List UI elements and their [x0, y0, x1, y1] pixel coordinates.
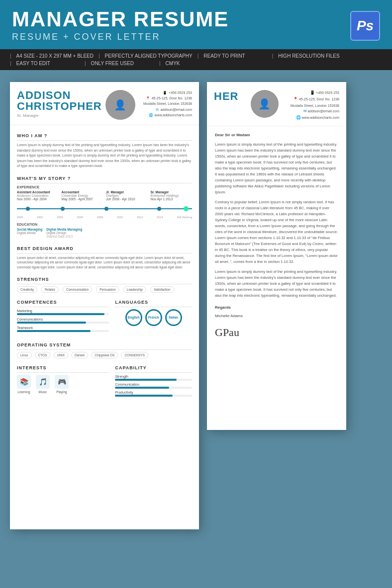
competence-1: Marketing	[17, 309, 109, 315]
competences-heading: COMPETENCES	[17, 296, 109, 305]
os-6: CONSENSYS	[121, 352, 148, 358]
web-icon: 🌐	[149, 112, 153, 118]
music-icon: 🎵	[36, 375, 50, 389]
who-heading: WHO I AM ?	[17, 129, 192, 138]
cover-contact: 📱 +456 0529 253 📍 45-25-125, Door No. 12…	[291, 90, 339, 121]
cover-body: Dear Sir or Madam Lorem Ipsum is simply …	[207, 126, 346, 347]
interests-capability-section: INTERESTS 📚 Learning 🎵 Music 🎮	[17, 361, 192, 399]
competence-bar-fill-3	[17, 330, 91, 332]
award-text: Lorem ipsum dolor sit amet, consectetur …	[17, 255, 192, 270]
timeline-visual	[17, 204, 192, 214]
strength-4: Persuasion	[96, 286, 119, 293]
cover-regards: Regards	[215, 305, 338, 311]
competence-2: Communications	[17, 318, 109, 324]
os-list: Linux CTOS UNIX Darwin Chippewa OS CONSE…	[17, 352, 192, 358]
timeline-node-3	[104, 207, 108, 211]
feature-print: READY TO PRINT	[197, 52, 272, 60]
interests-col: INTERESTS 📚 Learning 🎵 Music 🎮	[17, 361, 109, 399]
who-divider	[17, 140, 192, 141]
strength-5: Leadership	[123, 286, 146, 293]
experience-label: EXPERIENCE	[17, 185, 192, 189]
cover-name-block: HER	[214, 90, 238, 103]
learning-icon: 📚	[17, 375, 31, 389]
page-subtitle: RESUME + COVER LETTER	[12, 32, 229, 42]
capability-heading: CAPABILITY	[115, 361, 192, 370]
main-content: ADDISON CHRISTOPHER Sr. Manager 👤 📱 +456…	[0, 70, 392, 541]
feature-typography: PERFECTLY ALIGNED TYPOGRAPHY	[98, 52, 197, 60]
features-bar: A4 SIZE - 210 X 297 MM + BLEED PERFECTLY…	[0, 49, 392, 70]
feature-edit: EASY TO EDIT	[10, 60, 85, 67]
resume-contact: 📱 +456 0529 253 📍 45-25-125, Door No. 12…	[139, 90, 192, 118]
who-text: Lorem Ipsum is simply dummy text of the …	[17, 143, 192, 169]
interest-2: 🎵 Music	[36, 375, 50, 394]
timeline-node-4	[157, 207, 161, 211]
exp-item-3: Jr. Manager Driefgels Jun 2008 - Apr 201…	[106, 190, 148, 201]
strength-2: Relator	[41, 286, 59, 293]
os-2: CTOS	[35, 352, 51, 358]
edu-item-2: Digital Media Managing Digital Design St…	[46, 228, 82, 238]
competence-bar-bg-2	[17, 322, 109, 324]
interests-divider	[17, 372, 109, 373]
ps-badge: Ps	[350, 11, 380, 41]
strength-3: Communication	[63, 286, 92, 293]
exp-item-2: Accountant Cloverdale Energy May 2005 - …	[62, 190, 103, 201]
competence-bar-bg-1	[17, 313, 109, 315]
strengths-list: Creativity Relator Communication Persuas…	[17, 286, 192, 293]
location-icon: 📍	[146, 95, 150, 101]
competences-col: COMPETENCES Marketing Communications	[17, 296, 109, 335]
competence-3: Teamwork	[17, 326, 109, 332]
competence-bar-bg-3	[17, 330, 109, 332]
lang-english: English	[125, 309, 142, 326]
languages-col: LANGUAGES English French Italian	[115, 296, 192, 335]
cover-paragraph-1: Lorem Ipsum is simply dummy text of the …	[215, 142, 338, 195]
capability-1: Strength	[115, 375, 192, 381]
email-icon: ✉	[156, 107, 159, 112]
interest-label-3: Playing	[56, 390, 67, 394]
interest-label-2: Music	[39, 390, 47, 394]
header-title-block: MANAGER RESUME RESUME + COVER LETTER	[12, 9, 229, 42]
interest-1: 📚 Learning	[17, 375, 31, 394]
story-heading: WHAT'S MY STORY ?	[17, 172, 192, 181]
education-label: EDUCATION	[17, 223, 192, 226]
resume-photo: 👤	[105, 90, 135, 120]
interest-items: 📚 Learning 🎵 Music 🎮 Playing	[17, 375, 109, 394]
exp-item-1: Assistant Accountant Anderson Corporatio…	[17, 190, 59, 201]
timeline-node-2	[61, 207, 65, 211]
capability-3: Productivity	[115, 391, 192, 397]
capability-2: Communication	[115, 383, 192, 389]
feature-resolution: HIGH RESOLUTION FILES	[272, 52, 347, 60]
cover-paragraph-3: Lorem Ipsum is simply dummy text of the …	[215, 269, 338, 299]
strengths-heading: STRENGTHS	[17, 273, 192, 282]
capability-col: CAPABILITY Strength Communication	[115, 361, 192, 399]
playing-icon: 🎮	[55, 375, 69, 389]
edu-item-1: Social Managing Digital Media	[17, 228, 42, 238]
timeline-years: 20002002200420062008201020122014Still Wo…	[17, 216, 192, 219]
cover-avatar: 👤	[251, 90, 279, 118]
cover-header: HER 👤 📱 +456 0529 253 📍 45-25-125, Door …	[207, 82, 346, 126]
award-divider	[17, 253, 192, 253]
resume-first-name: ADDISON	[17, 90, 102, 101]
experience-items: Assistant Accountant Anderson Corporatio…	[17, 190, 192, 201]
cover-photo: 👤	[251, 90, 279, 118]
cover-signature: GPau	[215, 324, 338, 341]
resume-job-title: Sr. Manager	[17, 113, 102, 118]
os-1: Linux	[17, 352, 32, 358]
lang-french: French	[145, 309, 162, 326]
cover-name-partial: HER	[214, 90, 238, 103]
cover-salutation: Dear Sir or Madam	[215, 132, 338, 139]
os-3: UNIX	[54, 352, 69, 358]
education-items: Social Managing Digital Media Digital Me…	[17, 228, 192, 238]
languages-divider	[115, 307, 192, 307]
interest-3: 🎮 Playing	[55, 375, 69, 394]
resume-page: ADDISON CHRISTOPHER Sr. Manager 👤 📱 +456…	[10, 82, 199, 529]
cover-sign-name: Michelle Adams	[215, 313, 338, 320]
resume-body: WHO I AM ? Lorem Ipsum is simply dummy t…	[10, 125, 199, 407]
os-5: Chippewa OS	[91, 352, 118, 358]
feature-font: ONLY FREE USED	[85, 60, 159, 67]
phone-icon: 📱	[163, 90, 167, 95]
strength-1: Creativity	[17, 286, 37, 293]
interests-heading: INTERESTS	[17, 361, 109, 370]
resume-header: ADDISON CHRISTOPHER Sr. Manager 👤 📱 +456…	[10, 82, 199, 125]
strength-6: Satisfaction	[150, 286, 174, 293]
language-circles: English French Italian	[115, 309, 192, 326]
